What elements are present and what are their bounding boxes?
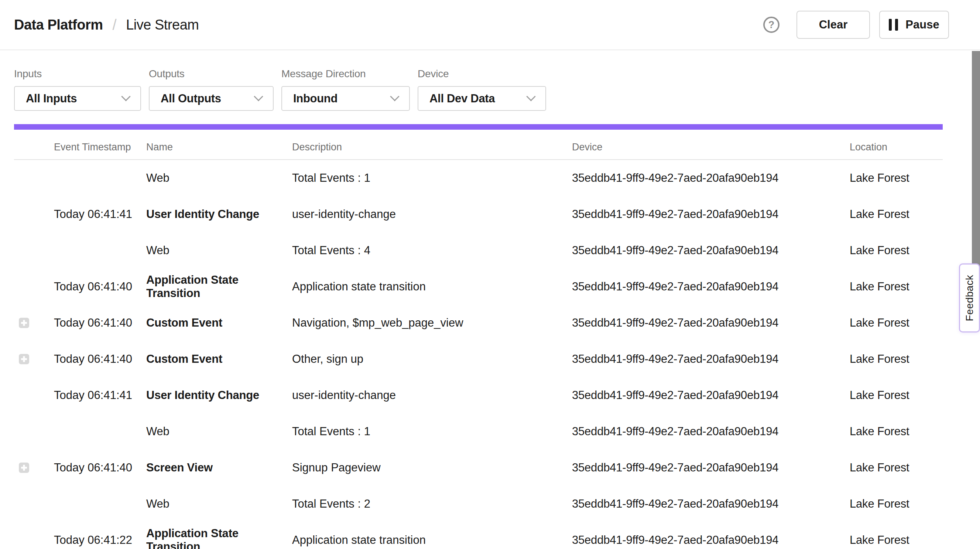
cell-name: Custom Event <box>146 316 292 330</box>
events-table: Event Timestamp Name Description Device … <box>14 130 943 549</box>
cell-location: Lake Forest <box>850 461 943 474</box>
event-table-body: Web Total Events : 1 35eddb41-9ff9-49e2-… <box>14 160 943 549</box>
filter-message-direction: Message Direction Inbound <box>282 68 410 111</box>
table-row[interactable]: Today 06:41:41 User Identity Change user… <box>14 196 943 232</box>
cell-location: Lake Forest <box>850 244 943 257</box>
expand-icon[interactable] <box>19 354 29 364</box>
cell-description: Navigation, $mp_web_page_view <box>292 316 572 330</box>
help-icon[interactable]: ? <box>763 17 780 33</box>
cell-description: Total Events : 4 <box>292 244 572 257</box>
cell-device: 35eddb41-9ff9-49e2-7aed-20afa90eb194 <box>572 171 850 185</box>
cell-location: Lake Forest <box>850 207 943 221</box>
expand-cell <box>14 354 54 364</box>
chevron-down-icon <box>254 92 263 101</box>
expand-cell <box>14 535 54 545</box>
vertical-scrollbar[interactable] <box>972 51 980 292</box>
cell-description: Total Events : 1 <box>292 171 572 185</box>
top-header: Data Platform / Live Stream ? Clear Paus… <box>0 0 980 50</box>
cell-name: Web <box>146 171 292 185</box>
cell-timestamp: Today 06:41:40 <box>54 353 146 366</box>
cell-location: Lake Forest <box>850 316 943 330</box>
accent-divider <box>14 124 943 130</box>
cell-name: User Identity Change <box>146 207 292 221</box>
filter-outputs: Outputs All Outputs <box>149 68 274 111</box>
table-row[interactable]: Today 06:41:40 Custom Event Other, sign … <box>14 341 943 377</box>
cell-device: 35eddb41-9ff9-49e2-7aed-20afa90eb194 <box>572 207 850 221</box>
cell-location: Lake Forest <box>850 425 943 438</box>
cell-name: Custom Event <box>146 353 292 366</box>
table-row[interactable]: Today 06:41:40 Application State Transit… <box>14 268 943 305</box>
breadcrumb: Data Platform / Live Stream <box>14 17 199 33</box>
filter-inputs-dropdown[interactable]: All Inputs <box>14 86 141 111</box>
cell-name: Web <box>146 244 292 257</box>
cell-device: 35eddb41-9ff9-49e2-7aed-20afa90eb194 <box>572 497 850 511</box>
cell-device: 35eddb41-9ff9-49e2-7aed-20afa90eb194 <box>572 353 850 366</box>
breadcrumb-separator-icon: / <box>113 17 117 33</box>
breadcrumb-page: Live Stream <box>126 17 199 33</box>
table-row[interactable]: Web Total Events : 1 35eddb41-9ff9-49e2-… <box>14 413 943 450</box>
expand-cell <box>14 318 54 328</box>
pause-button-label: Pause <box>905 18 939 31</box>
cell-timestamp: Today 06:41:22 <box>54 533 146 547</box>
filter-outputs-value: All Outputs <box>161 92 221 105</box>
cell-device: 35eddb41-9ff9-49e2-7aed-20afa90eb194 <box>572 533 850 547</box>
cell-timestamp: Today 06:41:41 <box>54 207 146 221</box>
expand-cell <box>14 245 54 256</box>
cell-timestamp: Today 06:41:40 <box>54 316 146 330</box>
breadcrumb-section[interactable]: Data Platform <box>14 17 103 33</box>
table-row[interactable]: Today 06:41:41 User Identity Change user… <box>14 377 943 413</box>
filter-message-direction-value: Inbound <box>293 92 337 105</box>
feedback-tab[interactable]: Feedback <box>959 263 980 332</box>
filter-outputs-label: Outputs <box>149 68 274 80</box>
cell-device: 35eddb41-9ff9-49e2-7aed-20afa90eb194 <box>572 280 850 293</box>
table-header-row: Event Timestamp Name Description Device … <box>14 130 943 160</box>
filter-outputs-dropdown[interactable]: All Outputs <box>149 86 274 111</box>
clear-button[interactable]: Clear <box>797 11 870 39</box>
cell-description: Application state transition <box>292 533 572 547</box>
cell-location: Lake Forest <box>850 171 943 185</box>
cell-timestamp: Today 06:41:40 <box>54 280 146 293</box>
chevron-down-icon <box>390 92 399 101</box>
table-row[interactable]: Web Total Events : 4 35eddb41-9ff9-49e2-… <box>14 232 943 268</box>
cell-description: Other, sign up <box>292 353 572 366</box>
cell-description: user-identity-change <box>292 389 572 402</box>
expand-cell <box>14 209 54 219</box>
expand-icon[interactable] <box>19 463 29 473</box>
cell-description: Signup Pageview <box>292 461 572 474</box>
expand-cell <box>14 390 54 401</box>
expand-cell <box>14 281 54 292</box>
cell-location: Lake Forest <box>850 533 943 547</box>
pause-button[interactable]: Pause <box>879 11 949 39</box>
cell-description: user-identity-change <box>292 207 572 221</box>
expand-cell <box>14 499 54 509</box>
feedback-tab-label: Feedback <box>964 275 975 321</box>
expand-cell <box>14 463 54 473</box>
cell-timestamp: Today 06:41:41 <box>54 389 146 402</box>
filter-message-direction-label: Message Direction <box>282 68 410 80</box>
cell-location: Lake Forest <box>850 497 943 511</box>
table-row[interactable]: Web Total Events : 2 35eddb41-9ff9-49e2-… <box>14 486 943 522</box>
filter-device-label: Device <box>418 68 546 80</box>
cell-location: Lake Forest <box>850 280 943 293</box>
filter-message-direction-dropdown[interactable]: Inbound <box>282 86 410 111</box>
filter-inputs-label: Inputs <box>14 68 141 80</box>
filter-device-dropdown[interactable]: All Dev Data <box>418 86 546 111</box>
filter-device-value: All Dev Data <box>430 92 495 105</box>
expand-cell <box>14 426 54 437</box>
table-row[interactable]: Today 06:41:40 Screen View Signup Pagevi… <box>14 450 943 486</box>
cell-name: User Identity Change <box>146 389 292 402</box>
cell-device: 35eddb41-9ff9-49e2-7aed-20afa90eb194 <box>572 461 850 474</box>
cell-name: Application State Transition <box>146 527 292 549</box>
table-row[interactable]: Today 06:41:40 Custom Event Navigation, … <box>14 305 943 341</box>
cell-name: Screen View <box>146 461 292 474</box>
column-header-location: Location <box>850 142 943 153</box>
expand-icon[interactable] <box>19 318 29 328</box>
filter-device: Device All Dev Data <box>418 68 546 111</box>
table-row[interactable]: Today 06:41:22 Application State Transit… <box>14 522 943 549</box>
cell-device: 35eddb41-9ff9-49e2-7aed-20afa90eb194 <box>572 389 850 402</box>
column-header-event-timestamp: Event Timestamp <box>54 142 146 153</box>
cell-name: Application State Transition <box>146 273 292 300</box>
cell-location: Lake Forest <box>850 353 943 366</box>
chevron-down-icon <box>121 92 130 101</box>
table-row[interactable]: Web Total Events : 1 35eddb41-9ff9-49e2-… <box>14 160 943 196</box>
